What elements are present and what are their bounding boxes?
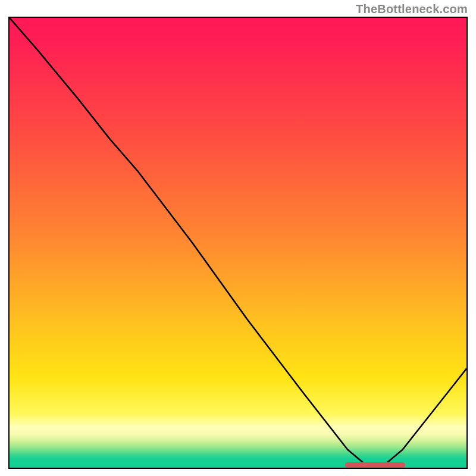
chart-container: TheBottleneck.com: [0, 0, 476, 476]
curve-svg: [10, 18, 466, 468]
plot-area: [8, 17, 468, 469]
bottleneck-curve: [10, 18, 466, 465]
watermark-text: TheBottleneck.com: [356, 2, 468, 16]
